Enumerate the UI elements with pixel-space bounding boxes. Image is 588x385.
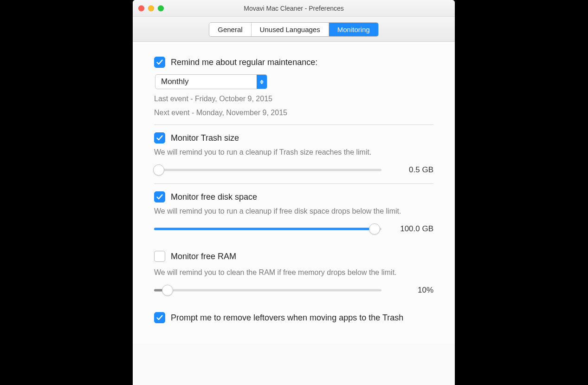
disk-section: Monitor free disk space We will remind y… bbox=[154, 185, 433, 241]
trash-checkbox[interactable] bbox=[154, 132, 165, 144]
ram-slider[interactable] bbox=[154, 284, 381, 296]
disk-checkbox[interactable] bbox=[154, 191, 165, 202]
leftovers-section: Prompt me to remove leftovers when movin… bbox=[154, 303, 433, 330]
leftovers-label: Prompt me to remove leftovers when movin… bbox=[171, 313, 403, 323]
divider bbox=[154, 124, 433, 125]
trash-slider-value: 0.5 GB bbox=[392, 165, 433, 175]
disk-label: Monitor free disk space bbox=[171, 192, 257, 202]
disk-slider-value: 100.0 GB bbox=[392, 224, 433, 234]
slider-thumb[interactable] bbox=[162, 285, 173, 296]
last-event-text: Last event - Friday, October 9, 2015 bbox=[154, 95, 433, 103]
slider-thumb[interactable] bbox=[369, 223, 380, 235]
trash-section: Monitor Trash size We will remind you to… bbox=[154, 126, 433, 183]
maintenance-checkbox[interactable] bbox=[154, 57, 165, 68]
ram-label: Monitor free RAM bbox=[171, 252, 236, 261]
divider bbox=[154, 183, 433, 184]
slider-thumb[interactable] bbox=[153, 164, 164, 176]
tab-monitoring[interactable]: Monitoring bbox=[329, 23, 378, 36]
trash-label: Monitor Trash size bbox=[171, 133, 239, 143]
maintenance-frequency-select[interactable]: Monthly bbox=[155, 74, 267, 89]
preferences-window: Movavi Mac Cleaner - Preferences General… bbox=[133, 0, 455, 385]
next-event-text: Next event - Monday, November 9, 2015 bbox=[154, 109, 433, 117]
disk-slider[interactable] bbox=[154, 223, 381, 235]
tab-toolbar: General Unused Languages Monitoring bbox=[133, 17, 455, 42]
titlebar: Movavi Mac Cleaner - Preferences bbox=[133, 0, 455, 17]
window-title: Movavi Mac Cleaner - Preferences bbox=[244, 5, 344, 12]
tab-segmented-control: General Unused Languages Monitoring bbox=[209, 22, 379, 37]
traffic-lights bbox=[138, 5, 164, 11]
maintenance-section: Remind me about regular maintenance: Mon… bbox=[154, 50, 433, 124]
trash-slider[interactable] bbox=[154, 164, 381, 176]
trash-description: We will remind you to run a cleanup if T… bbox=[154, 148, 433, 157]
close-button[interactable] bbox=[138, 5, 144, 11]
content-area: Remind me about regular maintenance: Mon… bbox=[133, 42, 455, 344]
zoom-button[interactable] bbox=[158, 5, 164, 11]
stepper-arrows-icon bbox=[257, 75, 267, 89]
tab-general[interactable]: General bbox=[209, 23, 251, 36]
leftovers-checkbox[interactable] bbox=[154, 312, 165, 323]
ram-checkbox[interactable] bbox=[154, 251, 165, 262]
ram-section: Monitor free RAM We will remind you to c… bbox=[154, 241, 433, 303]
tab-unused-languages[interactable]: Unused Languages bbox=[252, 23, 329, 36]
maintenance-frequency-value: Monthly bbox=[155, 75, 257, 89]
disk-description: We will remind you to run a cleanup if f… bbox=[154, 207, 433, 215]
minimize-button[interactable] bbox=[148, 5, 154, 11]
ram-slider-value: 10% bbox=[392, 286, 433, 295]
maintenance-label: Remind me about regular maintenance: bbox=[171, 58, 317, 67]
ram-description: We will remind you to clean the RAM if f… bbox=[154, 268, 433, 277]
